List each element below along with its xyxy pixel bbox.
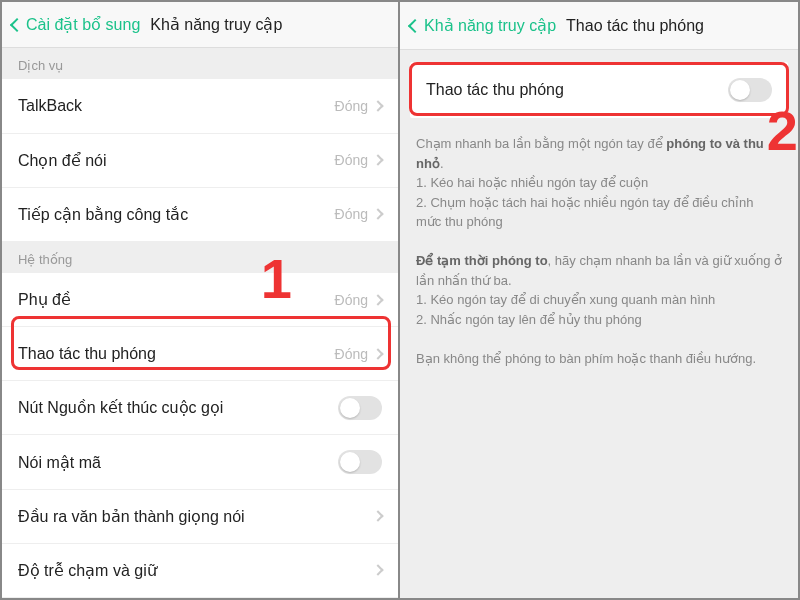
desc-bold: Để tạm thời phóng to (416, 253, 548, 268)
desc-text: . (440, 156, 444, 171)
toggle-power-end-call[interactable] (338, 396, 382, 420)
row-zoom-toggle[interactable]: Thao tác thu phóng (410, 62, 788, 118)
row-speak-passwords[interactable]: Nói mật mã (2, 435, 398, 489)
toggle-knob (340, 398, 360, 418)
desc-line: 1. Kéo hai hoặc nhiều ngón tay để cuộn (416, 175, 648, 190)
desc-line: 2. Chụm hoặc tách hai hoặc nhiều ngón ta… (416, 195, 753, 230)
description-block: Chạm nhanh ba lần bằng một ngón tay để p… (400, 118, 798, 368)
chevron-right-icon (372, 348, 383, 359)
left-pane: Cài đặt bổ sung Khả năng truy cập Dịch v… (2, 2, 400, 598)
row-label: Nút Nguồn kết thúc cuộc gọi (18, 398, 223, 417)
chevron-right-icon (372, 155, 383, 166)
desc-line: 2. Nhấc ngón tay lên để hủy thu phóng (416, 312, 642, 327)
row-select-to-speak[interactable]: Chọn để nói Đóng (2, 134, 398, 188)
header-left: Cài đặt bổ sung Khả năng truy cập (2, 2, 398, 48)
page-title: Thao tác thu phóng (566, 17, 704, 35)
chevron-left-icon (10, 18, 24, 32)
back-label: Khả năng truy cập (424, 16, 556, 35)
row-label: Thao tác thu phóng (18, 345, 156, 363)
desc-text: Chạm nhanh ba lần bằng một ngón tay để (416, 136, 666, 151)
row-status: Đóng (335, 292, 368, 308)
row-status: Đóng (335, 152, 368, 168)
row-talkback[interactable]: TalkBack Đóng (2, 79, 398, 133)
row-touch-hold-delay[interactable]: Độ trễ chạm và giữ (2, 544, 398, 598)
right-content: Thao tác thu phóng Chạm nhanh ba lần bằn… (400, 50, 798, 598)
row-status: Đóng (335, 98, 368, 114)
row-switch-access[interactable]: Tiếp cận bằng công tắc Đóng (2, 188, 398, 242)
toggle-knob (730, 80, 750, 100)
back-button[interactable]: Khả năng truy cập (410, 16, 556, 35)
row-label: Độ trễ chạm và giữ (18, 561, 157, 580)
chevron-right-icon (372, 100, 383, 111)
header-right: Khả năng truy cập Thao tác thu phóng (400, 2, 798, 50)
row-status: Đóng (335, 206, 368, 222)
row-label: Tiếp cận bằng công tắc (18, 205, 188, 224)
section-services: Dịch vụ (2, 48, 398, 79)
page-title: Khả năng truy cập (150, 15, 282, 34)
desc-note: Bạn không thể phóng to bàn phím hoặc tha… (416, 351, 756, 366)
chevron-right-icon (372, 511, 383, 522)
chevron-right-icon (372, 565, 383, 576)
row-label: Nói mật mã (18, 453, 101, 472)
back-label: Cài đặt bổ sung (26, 15, 140, 34)
row-zoom-gestures[interactable]: Thao tác thu phóng Đóng (2, 327, 398, 381)
row-captions[interactable]: Phụ đề Đóng (2, 273, 398, 327)
right-pane: Khả năng truy cập Thao tác thu phóng Tha… (400, 2, 798, 598)
row-status: Đóng (335, 346, 368, 362)
chevron-left-icon (408, 18, 422, 32)
row-tts-output[interactable]: Đầu ra văn bản thành giọng nói (2, 490, 398, 544)
toggle-speak-passwords[interactable] (338, 450, 382, 474)
section-system: Hệ thống (2, 242, 398, 273)
row-label: Đầu ra văn bản thành giọng nói (18, 507, 245, 526)
toggle-knob (340, 452, 360, 472)
back-button[interactable]: Cài đặt bổ sung (12, 15, 140, 34)
step-number-1: 1 (261, 246, 292, 311)
desc-line: 1. Kéo ngón tay để di chuyển xung quanh … (416, 292, 715, 307)
row-label: Phụ đề (18, 290, 71, 309)
step-number-2: 2 (767, 98, 798, 163)
row-label: TalkBack (18, 97, 82, 115)
row-label: Chọn để nói (18, 151, 107, 170)
chevron-right-icon (372, 209, 383, 220)
row-power-end-call[interactable]: Nút Nguồn kết thúc cuộc gọi (2, 381, 398, 435)
toggle-zoom-gestures[interactable] (728, 78, 772, 102)
row-label: Thao tác thu phóng (426, 81, 564, 99)
chevron-right-icon (372, 294, 383, 305)
